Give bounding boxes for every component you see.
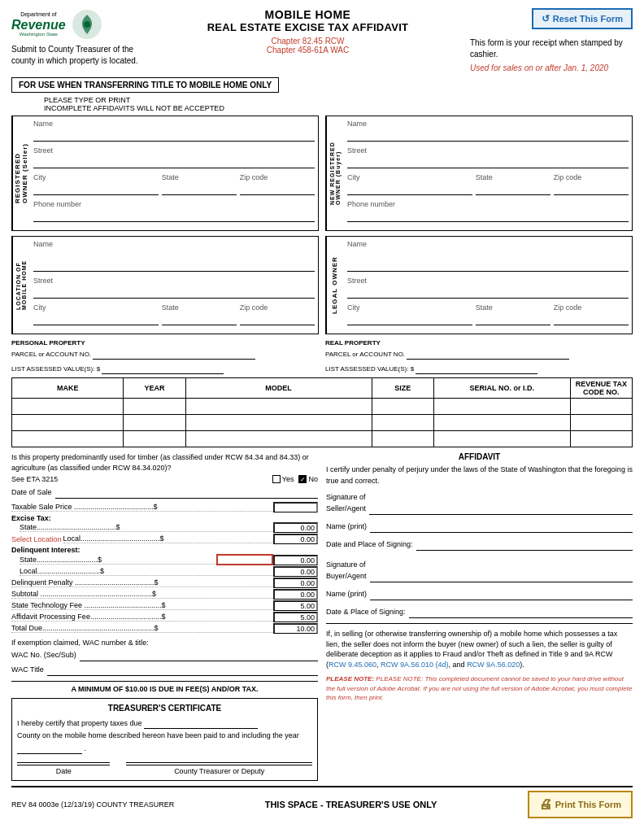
chapter1-link[interactable]: Chapter 82.45 RCW <box>271 37 344 46</box>
legal-state-input[interactable] <box>476 312 550 325</box>
table-rev-3[interactable] <box>574 433 629 445</box>
affidavit-fee-input[interactable] <box>273 612 318 622</box>
seller-street-input[interactable] <box>33 155 315 168</box>
total-input[interactable] <box>273 623 318 634</box>
location-zip-input[interactable] <box>240 312 315 325</box>
buyer-state-part: State <box>476 173 550 195</box>
if-selling-link2[interactable]: RCW 9A.56.010 (4d) <box>381 661 449 669</box>
state-tech-input[interactable] <box>273 600 318 611</box>
no-checkbox[interactable]: ✓ <box>298 475 307 483</box>
vehicle-table: MAKE YEAR MODEL SIZE SERIAL NO. or I.D. … <box>11 377 633 447</box>
buyer-city-input[interactable] <box>347 182 472 195</box>
location-city-input[interactable] <box>33 312 159 325</box>
delinquent-local-input[interactable] <box>273 566 318 577</box>
location-street-input[interactable] <box>33 286 315 299</box>
personal-assessed-input[interactable] <box>102 361 224 374</box>
legal-street-label: Street <box>347 277 629 285</box>
local-tax-input[interactable] <box>273 534 318 544</box>
table-serial-1[interactable] <box>437 400 567 412</box>
seller-phone-input[interactable] <box>33 209 315 222</box>
personal-assessed-label: LIST ASSESSED VALUE(S): $ <box>11 365 100 373</box>
receipt-text: This form is your receipt when stamped b… <box>470 37 633 60</box>
buyer-date-input[interactable] <box>409 605 633 618</box>
personal-parcel-input[interactable] <box>93 347 255 360</box>
seller-name-input[interactable] <box>33 129 315 142</box>
table-make-3[interactable] <box>15 433 120 445</box>
buyer-agent-input[interactable] <box>370 569 633 582</box>
delinquent-interest-label: Delinquent Interest: <box>11 546 318 554</box>
seller-zip-part: Zip code <box>240 173 315 195</box>
subtotal-input[interactable] <box>273 589 318 600</box>
yes-checkbox-label[interactable]: Yes <box>272 475 294 483</box>
county-text: County on the mobile home described here… <box>17 731 299 739</box>
buyer-name-print-input[interactable] <box>370 587 633 600</box>
seller-city-input[interactable] <box>33 182 159 195</box>
taxable-input[interactable] <box>273 502 318 512</box>
table-year-2[interactable] <box>127 416 181 429</box>
wac-title-input[interactable] <box>47 663 318 676</box>
chapter2-link[interactable]: Chapter 458-61A WAC <box>267 46 349 55</box>
print-label: Print This Form <box>555 800 621 809</box>
real-parcel-input[interactable] <box>407 347 569 360</box>
legal-name-label: Name <box>347 240 629 248</box>
seller-phone-label: Phone number <box>33 200 315 208</box>
table-header-rev: REVENUE TAX CODE NO. <box>570 378 632 399</box>
legal-street-input[interactable] <box>347 286 629 299</box>
seller-zip-input[interactable] <box>240 182 315 195</box>
buyer-phone-row: Phone number <box>347 200 629 222</box>
yes-checkbox[interactable] <box>272 475 281 483</box>
seller-street-label: Street <box>33 146 315 155</box>
table-year-3[interactable] <box>127 433 181 445</box>
table-size-1[interactable] <box>376 400 430 412</box>
table-serial-3[interactable] <box>437 433 567 445</box>
buyer-zip-input[interactable] <box>554 182 629 195</box>
date-place-input[interactable] <box>416 538 633 551</box>
table-size-2[interactable] <box>376 416 430 429</box>
legal-name-input[interactable] <box>347 249 629 272</box>
location-state-label: State <box>162 303 237 312</box>
seller-name-print-label: Name (print) <box>326 522 367 530</box>
table-make-2[interactable] <box>15 416 120 429</box>
seller-name-print-input[interactable] <box>370 520 633 533</box>
table-model-1[interactable] <box>189 400 368 412</box>
location-name-label: Name <box>33 240 315 248</box>
delinquent-state-input[interactable] <box>273 555 318 565</box>
date-col: Date <box>17 762 110 775</box>
if-selling-link1[interactable]: RCW 9.45.060 <box>329 661 376 669</box>
print-button[interactable]: 🖨 Print This Form <box>528 791 633 818</box>
table-model-3[interactable] <box>189 433 368 445</box>
cert-year-input[interactable] <box>17 741 82 754</box>
table-rev-2[interactable] <box>574 416 629 429</box>
table-model-2[interactable] <box>189 416 368 429</box>
buyer-street-input[interactable] <box>347 155 629 168</box>
table-size-3[interactable] <box>376 433 430 445</box>
cert-blank-1[interactable] <box>144 716 258 729</box>
table-rev-1[interactable] <box>574 400 629 412</box>
if-selling-link3[interactable]: RCW 9A.56.020 <box>467 661 520 669</box>
buyer-state-input[interactable] <box>476 182 550 195</box>
buyer-phone-input[interactable] <box>347 209 629 222</box>
date-sale-input[interactable] <box>55 486 318 499</box>
table-year-1[interactable] <box>127 400 181 412</box>
real-assessed-input[interactable] <box>416 361 537 374</box>
table-serial-2[interactable] <box>437 416 567 429</box>
state-tax-input[interactable] <box>273 522 318 533</box>
location-name-input[interactable] <box>33 249 315 272</box>
location-vertical-label: LOCATION OFMOBILE HOME <box>12 237 28 334</box>
affidavit-section: AFFIDAVIT I certify under penalty of per… <box>326 452 633 618</box>
revenue-logo-icon <box>71 8 103 41</box>
seller-state-input[interactable] <box>162 182 237 195</box>
buyer-street-row: Street <box>347 146 629 168</box>
reset-button[interactable]: ↺ Reset This Form <box>532 8 633 29</box>
location-state-input[interactable] <box>162 312 237 325</box>
seller-agent-input[interactable] <box>369 502 633 515</box>
legal-zip-input[interactable] <box>554 312 629 325</box>
delinquent-penalty-input[interactable] <box>273 578 318 588</box>
table-make-1[interactable] <box>15 400 120 412</box>
wac-no-input[interactable] <box>80 648 318 661</box>
buyer-street-label: Street <box>347 146 629 155</box>
no-checkbox-label[interactable]: ✓ No <box>298 475 318 483</box>
buyer-name-input[interactable] <box>347 129 629 142</box>
legal-city-input[interactable] <box>347 312 472 325</box>
eta-ref: See ETA 3215 <box>11 475 58 483</box>
